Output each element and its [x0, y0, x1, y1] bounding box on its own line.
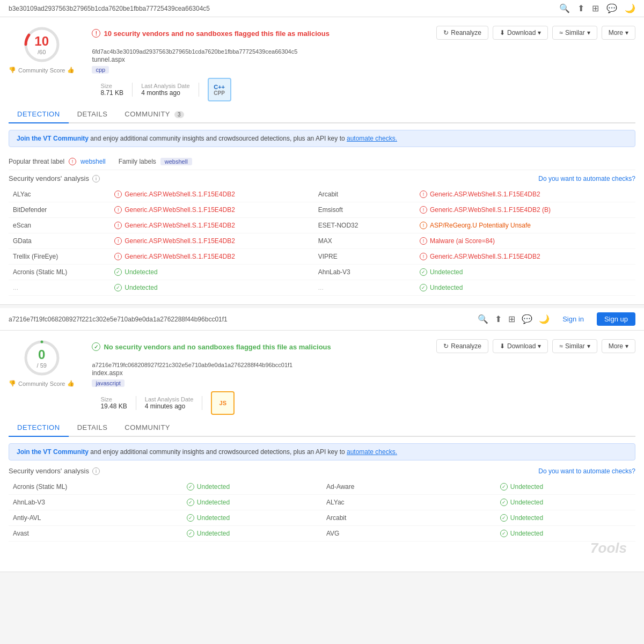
file-type-icon-section1: C++ CPP [199, 78, 240, 101]
chat-icon-nav2[interactable]: 💬 [522, 314, 532, 324]
clean-icon: ✓ [500, 530, 508, 537]
tab-details-section1[interactable]: DETAILS [69, 106, 116, 123]
tab-community-section1[interactable]: COMMUNITY 3 [116, 106, 193, 123]
file-analysis-section1: 10 /60 👎 Community Score 👍 ! 10 security… [0, 17, 644, 305]
vendors-info-icon-section2: i [92, 467, 100, 475]
automate-checks-link-section2[interactable]: automate checks. [347, 448, 397, 456]
thumbup-icon-section2: 👍 [67, 380, 75, 387]
automate-link-section2[interactable]: Do you want to automate checks? [538, 467, 635, 475]
join-vt-link-section2[interactable]: Join the VT Community [17, 448, 89, 456]
action-buttons-section1: ↻ Reanalyze ⬇ Download ▾ ≈ Similar ▾ M [436, 26, 635, 40]
more-button-section2[interactable]: More ▾ [602, 339, 635, 353]
meta-row-section2: Size 19.48 KB Last Analysis Date 4 minut… [92, 391, 635, 415]
reanalyze-button-section1[interactable]: ↻ Reanalyze [436, 26, 488, 40]
reanalyze-button-section2[interactable]: ↻ Reanalyze [436, 339, 488, 353]
clean-alert-icon-section2: ✓ [92, 342, 100, 351]
thumbup-icon-section1: 👍 [67, 67, 75, 74]
table-row: ALYac !Generic.ASP.WebShell.S.1.F15E4DB2… [9, 187, 635, 202]
malicious-icon: ! [114, 222, 122, 229]
threat-info-icon-section1: ! [69, 158, 76, 165]
clean-icon: ✓ [114, 268, 122, 276]
top-bar-section1: b3e30109ad2937563b27965b1cda7620be1fbba7… [0, 0, 644, 17]
tab-detection-section1[interactable]: DETECTION [9, 106, 69, 123]
moon-icon-top1[interactable]: 🌙 [625, 3, 635, 13]
action-buttons-section2: ↻ Reanalyze ⬇ Download ▾ ≈ Similar ▾ M [436, 339, 635, 353]
malicious-icon: ! [114, 191, 122, 198]
sign-in-button[interactable]: Sign in [556, 313, 590, 325]
search-icon-nav2[interactable]: 🔍 [478, 314, 488, 324]
file-tag-cpp[interactable]: cpp [92, 66, 109, 74]
download-icon-section1: ⬇ [500, 29, 505, 36]
malicious-icon: ! [420, 253, 427, 260]
similar-button-section2[interactable]: ≈ Similar ▾ [552, 339, 597, 353]
clean-icon: ✓ [187, 483, 194, 491]
score-value-section2: 0 [38, 347, 45, 362]
top-bar-icons-section1: 🔍 ⬆ ⊞ 💬 🌙 [559, 3, 635, 13]
clean-icon: ✓ [420, 268, 427, 276]
nav-right-section2: 🔍 ⬆ ⊞ 💬 🌙 Sign in Sign up [478, 312, 635, 326]
table-row: Acronis (Static ML) ✓Undetected Ad-Aware… [9, 479, 635, 495]
top-bar-hash-section1: b3e30109ad2937563b27965b1cda7620be1fbba7… [9, 5, 210, 12]
clean-icon: ✓ [500, 514, 508, 522]
join-banner-section1: Join the VT Community and enjoy addition… [9, 130, 635, 147]
sign-up-button[interactable]: Sign up [597, 312, 635, 326]
file-type-icon-section2: JS [202, 391, 243, 415]
popular-threat-item-section1: Popular threat label ! webshell [9, 158, 106, 165]
similar-button-section1[interactable]: ≈ Similar ▾ [552, 26, 597, 40]
meta-row-section1: Size 8.71 KB Last Analysis Date 4 months… [92, 78, 635, 101]
more-button-section1[interactable]: More ▾ [602, 26, 635, 40]
download-button-section2[interactable]: ⬇ Download ▾ [493, 339, 548, 353]
action-meta-row-section1: ! 10 security vendors and no sandboxes f… [92, 26, 635, 45]
file-tag-javascript[interactable]: javascript [92, 379, 124, 387]
file-tags-section1: cpp [92, 65, 635, 74]
clean-icon: ✓ [114, 284, 122, 291]
community-score-row-section2: 👎 Community Score 👍 [9, 380, 75, 387]
score-wrapper-section1: 10 /60 👎 Community Score 👍 [9, 26, 75, 74]
chat-icon-top1[interactable]: 💬 [606, 3, 617, 13]
moon-icon-nav2[interactable]: 🌙 [539, 314, 550, 324]
thumbdown-icon-section1: 👎 [9, 67, 16, 74]
alert-clean-section2: ✓ No security vendors and no sandboxes f… [92, 342, 331, 351]
nav-bar-section2: a7216e7f19fc068208927f221c302e5e710ab9e0… [0, 308, 644, 331]
vendor-table-section2: Acronis (Static ML) ✓Undetected Ad-Aware… [9, 479, 635, 541]
reanalyze-icon-section1: ↻ [443, 29, 449, 36]
table-row: GData !Generic.ASP.WebShell.S.1.F15E4DB2… [9, 233, 635, 249]
clean-icon: ✓ [500, 499, 508, 506]
score-total-section2: / 59 [37, 362, 47, 369]
upload-icon-top1[interactable]: ⬆ [577, 3, 584, 13]
community-score-row-section1: 👎 Community Score 👍 [9, 67, 75, 74]
upload-icon-nav2[interactable]: ⬆ [495, 314, 502, 324]
score-circle-section1: 10 /60 [23, 26, 61, 63]
family-labels-item-section1: Family labels webshell [119, 158, 192, 165]
threat-labels-section1: Popular threat label ! webshell Family l… [9, 153, 635, 170]
malicious-icon: ! [420, 191, 427, 198]
alert-malicious-section1: ! 10 security vendors and no sandboxes f… [92, 29, 329, 38]
grid-icon-nav2[interactable]: ⊞ [508, 314, 515, 324]
grid-icon-top1[interactable]: ⊞ [592, 3, 599, 13]
tabs-section2: DETECTION DETAILS COMMUNITY [9, 419, 635, 437]
community-score-label-section1: Community Score [18, 67, 65, 74]
clean-icon: ✓ [500, 483, 508, 491]
meta-size-section1: Size 8.71 KB [92, 83, 133, 97]
meta-date-section2: Last Analysis Date 4 minutes ago [136, 396, 203, 410]
file-info-col-section2: ✓ No security vendors and no sandboxes f… [83, 339, 635, 415]
vendors-header-section2: Security vendors' analysis i Do you want… [9, 467, 635, 475]
join-vt-link-section1[interactable]: Join the VT Community [17, 135, 89, 142]
download-button-section1[interactable]: ⬇ Download ▾ [493, 26, 548, 40]
table-row: BitDefender !Generic.ASP.WebShell.S.1.F1… [9, 202, 635, 218]
nav-hash-section2: a7216e7f19fc068208927f221c302e5e710ab9e0… [9, 316, 228, 323]
file-name-section2: index.aspx [92, 369, 635, 377]
automate-link-section1[interactable]: Do you want to automate checks? [538, 175, 635, 182]
tab-details-section2[interactable]: DETAILS [69, 419, 116, 437]
automate-checks-link-section1[interactable]: automate checks. [347, 135, 397, 142]
table-row: ... ✓Undetected ... ✓Undetected [9, 280, 635, 296]
clean-icon: ✓ [187, 499, 194, 506]
file-hash-section2: a7216e7f19fc068208927f221c302e5e710ab9e0… [92, 362, 635, 368]
vendors-header-section1: Security vendors' analysis i Do you want… [9, 174, 635, 182]
file-name-section1: tunnel.aspx [92, 56, 635, 63]
table-row: Antiy-AVL ✓Undetected Arcabit ✓Undetecte… [9, 510, 635, 526]
tab-detection-section2[interactable]: DETECTION [9, 419, 69, 437]
vendors-title-section1: Security vendors' analysis i [9, 174, 100, 182]
search-icon-top1[interactable]: 🔍 [559, 3, 570, 13]
tab-community-section2[interactable]: COMMUNITY [116, 419, 179, 437]
